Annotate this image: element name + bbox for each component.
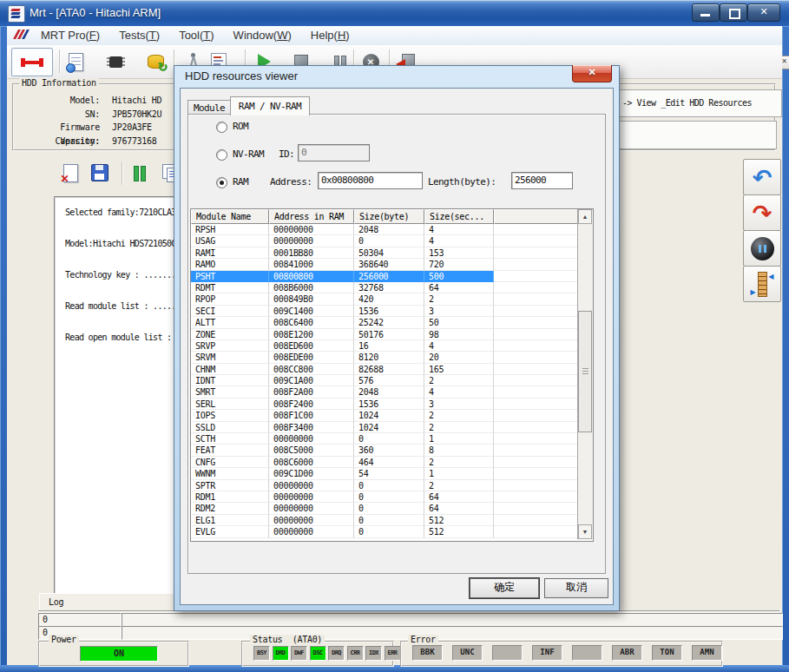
undo-red-button[interactable]: ↷ [743, 194, 781, 231]
table-cell: 008ED600 [269, 340, 354, 352]
table-row[interactable]: RAMO00841000368640720 [191, 259, 578, 270]
table-header-cell[interactable]: Size(byte) [354, 209, 424, 224]
table-header-cell[interactable]: Size(sec... [424, 209, 494, 224]
table-row[interactable]: SCTH0000000001 [191, 433, 578, 445]
pause-log-button[interactable] [127, 160, 153, 186]
minimize-icon [700, 14, 710, 16]
database-refresh-button[interactable]: ↻ [142, 49, 168, 75]
hdd-information-title: HDD Information [19, 78, 99, 88]
table-row[interactable]: SRVP008ED600164 [191, 340, 578, 352]
table-row[interactable]: WWNM009C1D00541 [191, 468, 578, 479]
cancel-dialog-button[interactable]: 取消 [544, 578, 608, 598]
module-table-body[interactable]: RPSH0000000020484USAG0000000004RAMI0001B… [191, 224, 578, 541]
table-row[interactable]: SPTR0000000002 [191, 480, 578, 491]
menu-item[interactable]: Tests(T) [109, 26, 169, 45]
table-cell: RAMI [191, 247, 269, 259]
table-row[interactable]: SECI009C140015363 [191, 306, 578, 317]
radio-ram[interactable] [216, 177, 227, 188]
table-row[interactable]: IOPS008F1C0010242 [191, 410, 578, 421]
table-header-cell[interactable]: Address in RAM [269, 209, 354, 224]
length-input[interactable]: 256000 [511, 172, 573, 189]
table-row[interactable]: RAMI0001BB8050304153 [191, 247, 578, 259]
view-edit-hdd-resources-item[interactable]: -> View _Edit HDD Resources [616, 89, 782, 117]
table-cell: 3 [424, 306, 494, 317]
table-cell: 00000000 [269, 480, 354, 491]
table-row[interactable]: ELG1000000000512 [191, 515, 578, 526]
table-scrollbar[interactable]: ▲ ▼ [577, 209, 593, 539]
maximize-button[interactable] [720, 3, 747, 22]
table-cell: IOPS [191, 410, 269, 421]
table-header-cell[interactable] [494, 209, 578, 224]
error-flag-ton: TON [652, 645, 682, 661]
scrollbar-up-button[interactable]: ▲ [578, 209, 592, 224]
table-cell: 50304 [354, 247, 424, 259]
table-row[interactable]: RDM100000000064 [191, 491, 578, 503]
menu-item[interactable]: Window(W) [224, 26, 301, 45]
table-row[interactable]: FEAT008C50003608 [191, 445, 578, 456]
table-cell: SRVP [191, 340, 269, 352]
connector-button[interactable] [11, 48, 53, 76]
tab-ram-nvram[interactable]: RAM / NV-RAM [230, 96, 310, 115]
dialog-close-button[interactable]: ✕ [572, 65, 612, 82]
table-cell: 008C6000 [269, 457, 354, 468]
table-cell: 008F2A00 [269, 386, 354, 398]
pause-sphere-button[interactable] [743, 230, 781, 267]
table-cell: 500 [424, 271, 494, 282]
table-cell: 008B6000 [269, 282, 354, 293]
table-cell [494, 340, 578, 352]
table-cell: 464 [354, 457, 424, 468]
table-row[interactable]: USAG0000000004 [191, 235, 578, 247]
table-row[interactable]: RDMT008B60003276864 [191, 282, 578, 293]
id-input[interactable]: 0 [298, 144, 370, 161]
table-cell [494, 386, 578, 398]
save-button[interactable] [87, 160, 113, 186]
tab-log[interactable]: Log [39, 593, 177, 611]
minimize-button[interactable] [692, 3, 720, 22]
table-row[interactable]: IDNT009C1A005762 [191, 375, 578, 386]
table-row[interactable]: SRVM008EDE00812020 [191, 352, 578, 363]
table-row[interactable]: ZONE008E12005017698 [191, 329, 578, 340]
drive-info-button[interactable] [62, 49, 89, 75]
menu-item[interactable]: Tool(T) [169, 26, 223, 45]
table-row[interactable]: RPSH0000000020484 [191, 224, 578, 235]
table-row[interactable]: CNFG008C60004642 [191, 457, 578, 468]
table-cell: IDNT [191, 375, 269, 386]
radio-nvram[interactable] [216, 149, 227, 161]
table-cell: EVLG [191, 526, 269, 537]
hdd-resources-viewer-dialog: HDD resources viewer ✕ Module RAM / NV-R… [174, 65, 620, 611]
ok-button[interactable]: 确定 [470, 578, 539, 598]
address-input[interactable]: 0x00800800 [318, 172, 423, 189]
menu-item[interactable]: MRT Pro(F) [31, 26, 109, 45]
table-cell: 153 [424, 247, 494, 259]
radio-rom[interactable] [216, 122, 227, 133]
delete-document-button[interactable]: ✕ [57, 160, 83, 186]
ruler-button[interactable] [743, 266, 781, 302]
table-row[interactable]: RDM200000000064 [191, 503, 578, 514]
chip-button[interactable] [102, 49, 128, 75]
hdd-info-label: Model: [17, 94, 100, 108]
app-icon [8, 5, 25, 23]
table-cell [494, 399, 578, 410]
table-row[interactable]: SERL008F240015363 [191, 399, 578, 410]
undo-red-icon: ↷ [753, 201, 773, 225]
table-row[interactable]: CHNM008CC80082688165 [191, 364, 578, 375]
table-cell: 1536 [354, 399, 424, 410]
scrollbar-down-button[interactable]: ▼ [578, 524, 592, 539]
table-row[interactable]: SMRT008F2A0020484 [191, 386, 578, 398]
table-row[interactable]: SSLD008F340010242 [191, 422, 578, 433]
table-row[interactable]: PSHT00800800256000500 [191, 271, 578, 282]
mrt-logo-icon [12, 30, 28, 42]
close-button[interactable]: ✕ [747, 3, 780, 22]
status-flag-bsy: BSY [253, 646, 270, 661]
error-flag-abr: ABR [612, 645, 642, 661]
table-header-cell[interactable]: Module Name [191, 209, 269, 224]
scrollbar-thumb[interactable] [578, 311, 592, 432]
table-row[interactable]: ALTT008C64002524250 [191, 317, 578, 328]
document-delete-icon: ✕ [63, 164, 78, 182]
table-row[interactable]: RPOP000849B04202 [191, 293, 578, 305]
table-row[interactable]: EVLG000000000512 [191, 526, 578, 537]
undo-blue-button[interactable]: ↶ [743, 159, 781, 195]
menu-item[interactable]: Help(H) [301, 26, 359, 45]
table-cell: 4 [424, 386, 494, 398]
undo-blue-icon: ↶ [753, 166, 773, 189]
